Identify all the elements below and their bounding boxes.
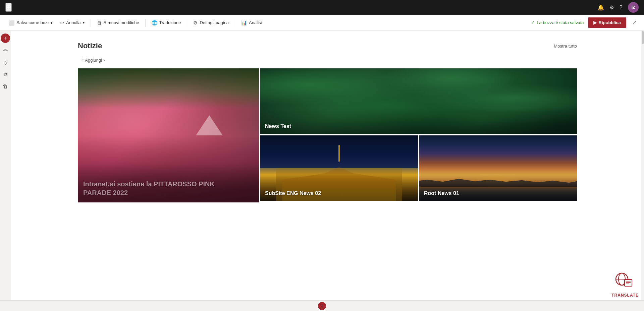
news-sunset-image: Root News 01 — [419, 135, 577, 201]
news-grid: Intranet.ai sostiene la PITTAROSSO PINK … — [78, 68, 577, 202]
toolbar-divider-1 — [91, 19, 91, 27]
translate-toolbar-icon: 🌐 — [152, 20, 157, 25]
news-main-image: Intranet.ai sostiene la PITTAROSSO PINK … — [78, 68, 259, 202]
news-test-image: News Test — [260, 68, 577, 134]
sidebar-shapes-button[interactable]: ◇ — [1, 58, 10, 67]
shapes-icon: ◇ — [3, 59, 7, 66]
translate-widget-icon — [614, 270, 636, 292]
news-main-label: Intranet.ai sostiene la PITTAROSSO PINK … — [83, 180, 228, 197]
page-details-button[interactable]: ⚙ Dettagli pagina — [190, 18, 232, 27]
remove-changes-button[interactable]: 🗑 Rimuovi modifiche — [94, 18, 143, 27]
chevron-down-icon: ▾ — [103, 58, 105, 62]
avatar[interactable]: IZ — [628, 2, 639, 13]
toolbar-divider-3 — [187, 19, 187, 27]
edit-icon: ✏ — [3, 47, 8, 54]
svg-rect-3 — [625, 279, 632, 286]
notification-icon[interactable]: 🔔 — [597, 4, 604, 11]
republish-button[interactable]: ▶ Ripubblica — [588, 17, 626, 28]
news-test-label: News Test — [265, 123, 291, 129]
translate-svg — [614, 270, 636, 288]
toolbar: ⬜ Salva come bozza ↩ Annulla ▾ 🗑 Rimuovi… — [0, 15, 644, 31]
collapse-button[interactable]: ⤢ — [630, 17, 639, 28]
sidebar-edit-button[interactable]: ✏ — [1, 46, 10, 55]
main-content: Notizie Mostra tutto + Aggiungi ▾ — [11, 31, 644, 311]
top-bar: ⊞ 🔔 ⚙ ? IZ — [0, 0, 644, 15]
draft-saved-status: ✓ La bozza è stata salvata — [531, 20, 584, 25]
page-details-icon: ⚙ — [193, 20, 198, 25]
collapse-icon: ⤢ — [632, 20, 637, 25]
sidebar-pages-button[interactable]: ⧉ — [1, 70, 10, 79]
news-subsite-label: SubSite ENG News 02 — [265, 190, 321, 196]
bottom-add-button[interactable]: + — [318, 302, 326, 310]
sidebar-add-top-button[interactable]: + — [1, 34, 10, 43]
pages-icon: ⧉ — [4, 71, 7, 77]
remove-icon: 🗑 — [97, 20, 102, 25]
waffle-menu-button[interactable]: ⊞ — [5, 3, 12, 12]
news-root-label: Root News 01 — [424, 190, 459, 196]
plus-icon: + — [80, 57, 84, 63]
translate-widget[interactable]: TRANSLATE — [611, 270, 639, 298]
news-bottom-row: SubSite ENG News 02 — [260, 135, 577, 201]
translate-toolbar-button[interactable]: 🌐 Traduzione — [148, 18, 184, 27]
analytics-button[interactable]: 📊 Analisi — [238, 18, 265, 27]
save-icon: ⬜ — [9, 20, 14, 25]
news-header: Notizie Mostra tutto — [78, 42, 577, 50]
left-sidebar: + ✏ ◇ ⧉ 🗑 — [0, 31, 11, 94]
show-all-link[interactable]: Mostra tutto — [554, 44, 577, 49]
add-news-button[interactable]: + Aggiungi ▾ — [78, 56, 108, 64]
save-draft-button[interactable]: ⬜ Salva come bozza — [5, 18, 55, 27]
scrollbar-track — [641, 31, 644, 311]
help-icon[interactable]: ? — [620, 4, 623, 10]
undo-button[interactable]: ↩ Annulla ▾ — [57, 18, 88, 27]
news-item-subsite[interactable]: SubSite ENG News 02 — [260, 135, 418, 201]
toolbar-divider-2 — [145, 19, 146, 27]
undo-chevron-icon: ▾ — [83, 21, 85, 24]
trash-icon: 🗑 — [3, 83, 8, 89]
checkmark-icon: ✓ — [531, 20, 535, 25]
undo-icon: ↩ — [60, 20, 64, 25]
news-item-right-column: News Test — [260, 68, 577, 201]
bottom-add-bar: + — [0, 300, 644, 311]
news-item-main[interactable]: Intranet.ai sostiene la PITTAROSSO PINK … — [78, 68, 259, 202]
news-section-title: Notizie — [78, 42, 102, 50]
news-parliament-image: SubSite ENG News 02 — [260, 135, 418, 201]
republish-icon: ▶ — [593, 20, 597, 25]
news-item-test[interactable]: News Test — [260, 68, 577, 134]
translate-label: TRANSLATE — [611, 293, 639, 298]
news-page-section: Notizie Mostra tutto + Aggiungi ▾ — [11, 31, 644, 213]
settings-icon[interactable]: ⚙ — [609, 4, 614, 11]
scrollbar-thumb[interactable] — [642, 31, 644, 44]
news-item-root[interactable]: Root News 01 — [419, 135, 577, 201]
toolbar-divider-4 — [235, 19, 235, 27]
analytics-icon: 📊 — [241, 20, 247, 25]
sidebar-trash-button[interactable]: 🗑 — [1, 82, 10, 91]
